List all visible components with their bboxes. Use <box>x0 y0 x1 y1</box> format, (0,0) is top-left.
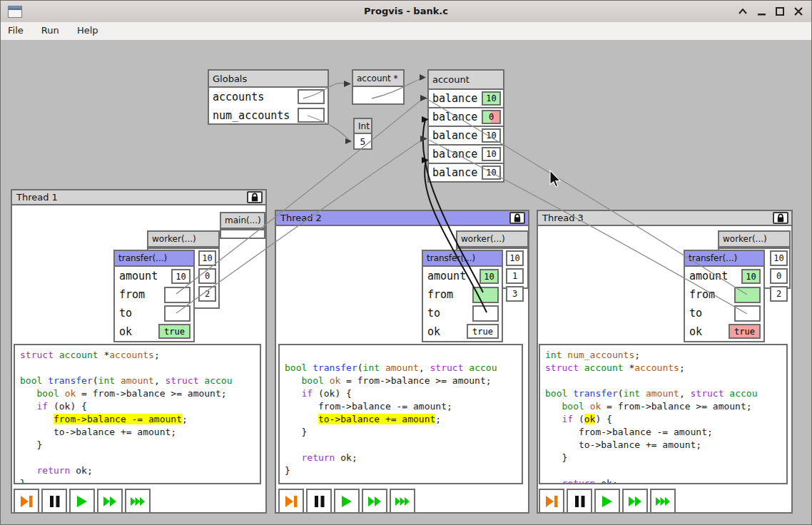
account-ptr-box-value[interactable] <box>352 86 405 105</box>
account-balance-row[interactable]: balance10 <box>427 163 504 183</box>
var-value-from[interactable] <box>734 287 761 303</box>
worker-value-box[interactable]: 0 <box>198 268 216 284</box>
pause-button[interactable] <box>567 489 592 514</box>
var-value-from[interactable] <box>472 287 499 303</box>
worker-value-box[interactable]: 10 <box>198 250 216 266</box>
balance-value-box[interactable]: 10 <box>482 165 501 180</box>
thread-2-titlebar[interactable]: Thread 2 <box>275 210 529 226</box>
var-value-amount[interactable]: 10 <box>479 269 499 284</box>
code-line: struct account *accounts; <box>545 362 786 374</box>
globals-row: num_accounts <box>209 106 328 125</box>
pause-icon <box>47 494 62 509</box>
pointer-value-box[interactable] <box>298 108 325 123</box>
balance-value-box[interactable]: 10 <box>482 147 501 161</box>
account-balance-row[interactable]: balance10 <box>427 144 504 164</box>
account-box-header[interactable]: account <box>427 69 504 90</box>
code-token: , <box>154 375 166 386</box>
worker-value-box[interactable]: 2 <box>770 286 788 302</box>
globals-box-header[interactable]: Globals <box>208 69 329 88</box>
menu-file[interactable]: File <box>1 22 31 36</box>
code-token <box>285 388 301 399</box>
balance-value-box[interactable]: 10 <box>482 128 501 143</box>
frame-transfer-header[interactable]: transfer(...) <box>422 250 503 267</box>
account-ptr-box-header[interactable]: account * <box>352 69 405 87</box>
int-box-header[interactable]: Int <box>353 118 372 134</box>
code-token: if <box>301 388 313 399</box>
thread-1-titlebar[interactable]: Thread 1 <box>11 189 267 205</box>
code-line: to->balance += amount; <box>545 439 786 452</box>
run-to-end-icon <box>544 494 559 509</box>
code-token: ( <box>573 414 584 424</box>
var-name-ok: ok <box>119 325 132 338</box>
code-token: (ok) { <box>313 388 352 399</box>
balance-value-box[interactable]: 0 <box>482 110 501 124</box>
play-button[interactable] <box>594 489 620 514</box>
var-value-amount[interactable]: 10 <box>171 269 191 284</box>
frame-worker-header[interactable]: worker(...) <box>147 230 220 248</box>
code-line <box>20 452 260 464</box>
worker-value-box[interactable]: 3 <box>506 286 524 302</box>
thread-title: Thread 3 <box>542 213 584 223</box>
menu-help[interactable]: Help <box>70 22 106 36</box>
play-button[interactable] <box>334 489 360 514</box>
thread-3-lock-button[interactable] <box>773 212 788 224</box>
fast-forward-icon <box>103 494 118 509</box>
globals-row: accounts <box>209 88 328 106</box>
run-to-end-button[interactable] <box>14 489 39 514</box>
pause-button[interactable] <box>306 489 332 514</box>
int-box-value[interactable]: 5 <box>353 133 372 150</box>
thread-3-titlebar[interactable]: Thread 3 <box>537 210 793 226</box>
menu-run[interactable]: Run <box>34 22 66 36</box>
run-to-end-button[interactable] <box>539 489 564 514</box>
pause-button[interactable] <box>41 489 67 514</box>
minimize-button[interactable] <box>753 1 770 22</box>
window-titlebar[interactable]: Progvis - bank.c <box>1 1 811 23</box>
thread-1-lock-button[interactable] <box>247 191 263 203</box>
var-value-to[interactable] <box>734 305 761 322</box>
thread-3-code-panel: int num_accounts;struct account *account… <box>539 344 788 484</box>
account-balance-row[interactable]: balance10 <box>427 88 504 108</box>
code-line <box>285 349 522 362</box>
var-value-ok[interactable]: true <box>467 324 499 339</box>
fast-forward-more-button[interactable] <box>650 489 676 514</box>
fast-forward-button[interactable] <box>97 489 123 514</box>
account-balance-row[interactable]: balance0 <box>427 107 504 127</box>
code-token <box>545 478 562 484</box>
code-line: if (ok) { <box>20 400 260 413</box>
field-name: balance <box>432 148 477 160</box>
fast-forward-more-button[interactable] <box>125 489 151 514</box>
play-button[interactable] <box>69 489 95 514</box>
var-value-amount[interactable]: 10 <box>741 269 761 284</box>
frame-transfer-header[interactable]: transfer(...) <box>113 250 195 267</box>
var-value-ok[interactable]: true <box>158 324 191 339</box>
var-value-ok[interactable]: true <box>729 324 761 339</box>
frame-worker-header[interactable]: worker(...) <box>718 230 791 248</box>
run-to-end-button[interactable] <box>278 489 304 514</box>
maximize-button[interactable] <box>771 1 788 22</box>
balance-value-box[interactable]: 10 <box>482 91 501 106</box>
fast-forward-more-button[interactable] <box>390 489 415 514</box>
frame-worker-header[interactable]: worker(...) <box>456 230 529 248</box>
pointer-value-box[interactable] <box>298 89 325 104</box>
worker-value-box[interactable]: 1 <box>506 268 524 284</box>
thread-2-code-panel: bool transfer(int amount, struct accou b… <box>278 344 523 484</box>
worker-value-box[interactable]: 10 <box>770 250 788 266</box>
var-value-from[interactable] <box>164 287 191 303</box>
fast-forward-button[interactable] <box>622 489 648 514</box>
code-token: struct <box>166 375 205 386</box>
frame-main-header[interactable]: main(...) <box>220 212 265 229</box>
shade-button[interactable] <box>734 1 751 22</box>
code-token: to->balance += amount; <box>545 439 701 450</box>
var-value-to[interactable] <box>472 305 499 322</box>
var-value-to[interactable] <box>164 305 191 322</box>
fast-forward-button[interactable] <box>362 489 387 514</box>
worker-value-box[interactable]: 2 <box>198 286 216 302</box>
worker-value-box[interactable]: 0 <box>770 268 788 284</box>
code-token <box>20 465 36 476</box>
variable-name: num_accounts <box>213 109 290 122</box>
worker-value-box[interactable]: 10 <box>506 250 524 266</box>
close-button[interactable] <box>790 1 807 22</box>
thread-2-lock-button[interactable] <box>509 212 525 224</box>
frame-transfer-header[interactable]: transfer(...) <box>684 250 765 267</box>
account-balance-row[interactable]: balance10 <box>427 126 504 146</box>
